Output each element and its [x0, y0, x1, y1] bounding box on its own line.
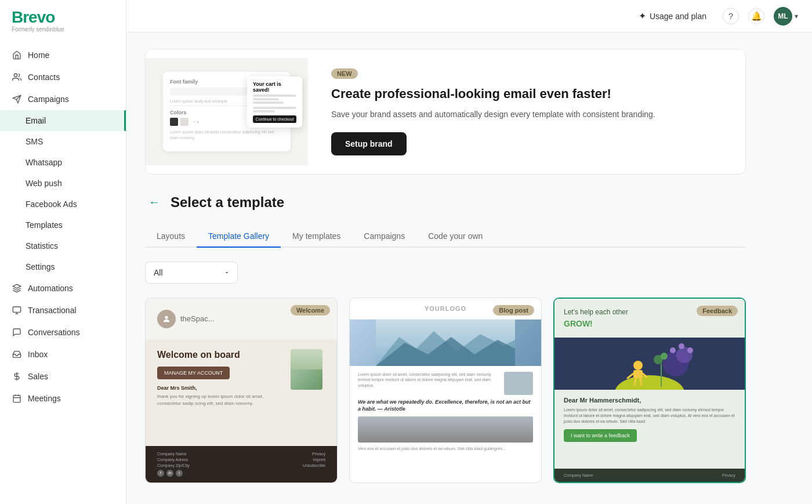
- sidebar-item-web-push[interactable]: Web push: [0, 173, 126, 194]
- sidebar-item-conversations-label: Conversations: [28, 328, 80, 337]
- banner-title: Create professional-looking email even f…: [331, 86, 722, 103]
- filter-row: All Welcome Newsletter Promotional Trans…: [145, 262, 746, 284]
- sidebar-item-transactional[interactable]: Transactional: [0, 299, 126, 321]
- sidebar-item-meetings[interactable]: Meetings: [0, 387, 126, 409]
- sidebar-item-email-label: Email: [26, 116, 46, 125]
- welcome-cta: MANAGE MY ACCOUNT: [157, 367, 230, 379]
- template-card-blog-post[interactable]: Blog post YOURLOGO: [349, 298, 542, 483]
- sidebar-item-conversations[interactable]: Conversations: [0, 321, 126, 343]
- template-card-feedback[interactable]: Feedback Let's help each other GROW!: [553, 298, 746, 483]
- avatar-chevron-icon: ▾: [795, 12, 798, 20]
- sidebar-item-settings[interactable]: Settings: [0, 256, 126, 277]
- tab-campaigns[interactable]: Campaigns: [352, 226, 416, 248]
- new-badge: NEW: [331, 68, 358, 79]
- your-logo: YOURLOGO: [425, 305, 466, 312]
- usage-plan-icon: ✦: [639, 10, 646, 21]
- blog-text-left: Lorem ipsum dolor sit amet, consectetur …: [358, 372, 499, 395]
- tab-code-your-own[interactable]: Code your own: [416, 226, 494, 248]
- svg-line-25: [640, 378, 641, 385]
- sales-icon: [12, 371, 22, 382]
- banner-description: Save your brand assets and automatically…: [331, 108, 722, 121]
- sidebar-item-campaigns[interactable]: Campaigns: [0, 88, 126, 110]
- campaigns-icon: [12, 94, 22, 104]
- svg-rect-3: [13, 307, 20, 312]
- back-button[interactable]: ←: [145, 193, 164, 212]
- sidebar-item-whatsapp-label: Whatsapp: [26, 158, 62, 167]
- template-tabs: Layouts Template Gallery My templates Ca…: [145, 226, 746, 248]
- sidebar-item-sms-label: SMS: [26, 137, 43, 146]
- sidebar-item-statistics[interactable]: Statistics: [0, 235, 126, 256]
- feedback-card-inner: Let's help each other GROW!: [554, 299, 745, 482]
- usage-plan-label: Usage and plan: [650, 12, 706, 21]
- welcome-dear: Dear Mrs Smith,: [157, 385, 285, 391]
- sidebar-item-inbox-label: Inbox: [28, 350, 48, 359]
- svg-point-20: [633, 361, 643, 370]
- sidebar-item-automations[interactable]: Automations: [0, 277, 126, 299]
- blog-card-inner: YOURLOGO: [350, 298, 541, 483]
- brand-banner: Font family ▾ Lorem ipsum body text exam…: [145, 49, 746, 175]
- automations-icon: [12, 283, 22, 293]
- blog-badge: Blog post: [493, 305, 534, 316]
- blog-quote: We are what we repeatedly do. Excellence…: [358, 398, 533, 413]
- sidebar-item-templates[interactable]: Templates: [0, 215, 126, 235]
- feedback-footer: Company Name Privacy: [554, 469, 745, 482]
- welcome-body: Welcome on board MANAGE MY ACCOUNT Dear …: [146, 340, 337, 446]
- topbar: ✦ Usage and plan ? 🔔 ML ▾: [126, 0, 812, 32]
- sidebar-item-settings-label: Settings: [26, 262, 55, 271]
- category-filter[interactable]: All Welcome Newsletter Promotional Trans…: [145, 262, 238, 284]
- sidebar-item-transactional-label: Transactional: [28, 306, 77, 315]
- welcome-title: Welcome on board: [157, 349, 285, 361]
- feedback-cta[interactable]: I want to write a feedback: [564, 429, 637, 442]
- sidebar-item-templates-label: Templates: [26, 220, 63, 230]
- avatar: ML: [774, 7, 792, 26]
- sidebar-item-facebook-ads[interactable]: Facebook Ads: [0, 194, 126, 215]
- blog-image-tall: [358, 416, 533, 443]
- sidebar-item-meetings-label: Meetings: [28, 394, 61, 403]
- sidebar-item-campaigns-label: Campaigns: [28, 95, 69, 104]
- feedback-grow: GROW!: [564, 319, 735, 328]
- section-title: Select a template: [171, 194, 284, 211]
- svg-point-18: [679, 343, 684, 349]
- brand-tagline: Formerly sendinblue: [12, 26, 114, 32]
- welcome-badge: Welcome: [291, 305, 330, 316]
- transactional-icon: [12, 305, 22, 316]
- feedback-badge: Feedback: [697, 306, 738, 316]
- sidebar-item-facebook-ads-label: Facebook Ads: [26, 200, 77, 209]
- notifications-button[interactable]: 🔔: [748, 8, 764, 24]
- conversations-icon: [12, 327, 22, 338]
- blog-hero-image: [350, 320, 541, 366]
- welcome-logo-circle: [157, 310, 176, 328]
- sidebar-navigation: Home Contacts Campaigns Email SMS Whatsa…: [0, 39, 126, 504]
- svg-point-28: [661, 353, 668, 360]
- svg-point-17: [670, 347, 676, 353]
- sidebar-item-sales-label: Sales: [28, 372, 48, 381]
- sidebar-item-whatsapp[interactable]: Whatsapp: [0, 152, 126, 173]
- tab-template-gallery[interactable]: Template Gallery: [197, 226, 281, 248]
- feedback-illustration: [554, 338, 745, 390]
- avatar-dropdown[interactable]: ML ▾: [774, 7, 798, 26]
- page-content: Font family ▾ Lorem ipsum body text exam…: [126, 32, 764, 499]
- svg-rect-5: [13, 396, 20, 403]
- sidebar-item-inbox[interactable]: Inbox: [0, 343, 126, 365]
- blog-image-small: [504, 372, 533, 395]
- svg-line-24: [635, 378, 636, 385]
- template-card-welcome[interactable]: Welcome theSpac... Welcome on board MANA…: [145, 298, 338, 483]
- svg-point-0: [14, 74, 17, 77]
- sidebar-item-sales[interactable]: Sales: [0, 365, 126, 387]
- setup-brand-button[interactable]: Setup brand: [331, 132, 407, 155]
- sidebar-item-home[interactable]: Home: [0, 44, 126, 66]
- help-button[interactable]: ?: [723, 8, 739, 24]
- contacts-icon: [12, 72, 22, 82]
- sidebar-item-web-push-label: Web push: [26, 179, 62, 188]
- feedback-header: Let's help each other GROW!: [554, 299, 745, 338]
- usage-plan-button[interactable]: ✦ Usage and plan: [632, 7, 713, 25]
- tab-my-templates[interactable]: My templates: [281, 226, 352, 248]
- tab-layouts[interactable]: Layouts: [145, 226, 197, 248]
- welcome-footer: Company Name Privacy Company Adress Impr…: [146, 446, 337, 483]
- sidebar-item-sms[interactable]: SMS: [0, 131, 126, 152]
- sidebar: Brevo Formerly sendinblue Home Contacts …: [0, 0, 126, 504]
- feedback-name: Dear Mr Hammerschmidt,: [564, 397, 735, 404]
- sidebar-item-contacts[interactable]: Contacts: [0, 66, 126, 88]
- welcome-card-inner: theSpac... Welcome on board MANAGE MY AC…: [146, 298, 337, 483]
- sidebar-item-email[interactable]: Email: [0, 110, 126, 131]
